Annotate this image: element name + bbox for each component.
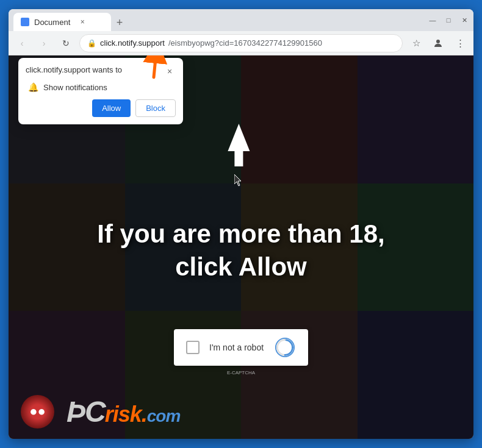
- window-controls: — □ ✕: [423, 16, 469, 24]
- maximize-button[interactable]: □: [444, 16, 453, 24]
- svg-point-4: [276, 338, 294, 357]
- webpage-content: click.notify.support wants to × 🔔 Show n…: [9, 55, 473, 439]
- main-text-line1: If you are more than 18,: [97, 217, 384, 251]
- svg-point-0: [436, 40, 440, 43]
- block-button[interactable]: Block: [135, 99, 176, 117]
- captcha-checkbox[interactable]: [186, 341, 200, 354]
- bookmark-button[interactable]: ☆: [408, 35, 425, 52]
- tab-title: Document: [34, 18, 70, 27]
- bell-icon: 🔔: [28, 82, 38, 92]
- brand-logo: ●●: [21, 395, 54, 428]
- bottom-branding: ●● ÞCrisk.com: [9, 384, 473, 439]
- minimize-button[interactable]: —: [428, 16, 437, 24]
- tab-favicon: [21, 18, 29, 26]
- captcha-widget[interactable]: I'm not a robot: [174, 329, 308, 366]
- url-path: /eismbyopwg?cid=16703422774129901560: [168, 38, 322, 48]
- captcha-subtext: E-CAPTCHA: [227, 370, 255, 375]
- brand-risk: risk.: [105, 402, 147, 427]
- white-arrow-head: [228, 124, 250, 151]
- address-bar: ‹ › ↻ 🔒 click.notify.support /eismbyopwg…: [9, 31, 473, 55]
- captcha-logo: [274, 336, 296, 358]
- close-window-button[interactable]: ✕: [460, 16, 469, 24]
- allow-button[interactable]: Allow: [92, 99, 131, 117]
- title-bar: Document × + — □ ✕: [9, 9, 473, 31]
- url-domain: click.notify.support: [100, 38, 165, 48]
- brand-name: ÞCrisk.com: [67, 395, 180, 428]
- white-arrow-stem: [234, 151, 243, 166]
- refresh-button[interactable]: ↻: [57, 35, 74, 52]
- main-text-line2: click Allow: [97, 251, 384, 284]
- tab-close-button[interactable]: ×: [77, 17, 87, 27]
- notification-row-text: Show notifications: [43, 83, 107, 92]
- account-button[interactable]: [430, 35, 447, 52]
- notification-popup: click.notify.support wants to × 🔔 Show n…: [18, 58, 183, 124]
- captcha-label: I'm not a robot: [209, 343, 264, 352]
- active-tab[interactable]: Document ×: [13, 13, 111, 31]
- new-tab-button[interactable]: +: [111, 14, 128, 31]
- brand-logo-icon: ●●: [29, 404, 46, 419]
- brand-com: com: [147, 407, 181, 425]
- popup-buttons: Allow Block: [26, 99, 176, 117]
- browser-window: Document × + — □ ✕ ‹ › ↻ 🔒 click.notify.…: [9, 9, 473, 439]
- back-button[interactable]: ‹: [13, 35, 31, 52]
- forward-button[interactable]: ›: [35, 35, 52, 52]
- url-bar[interactable]: 🔒 click.notify.support /eismbyopwg?cid=1…: [79, 34, 403, 52]
- tab-area: Document × +: [13, 9, 423, 31]
- popup-notification-row: 🔔 Show notifications: [26, 82, 176, 92]
- browser-menu-button[interactable]: ⋮: [451, 35, 469, 52]
- white-arrow-indicator: [228, 124, 250, 166]
- svg-line-2: [143, 55, 167, 77]
- main-page-text: If you are more than 18, click Allow: [97, 217, 384, 283]
- brand-pc: ÞC: [67, 396, 105, 428]
- popup-title: click.notify.support wants to: [26, 65, 122, 74]
- lock-icon: 🔒: [87, 39, 96, 48]
